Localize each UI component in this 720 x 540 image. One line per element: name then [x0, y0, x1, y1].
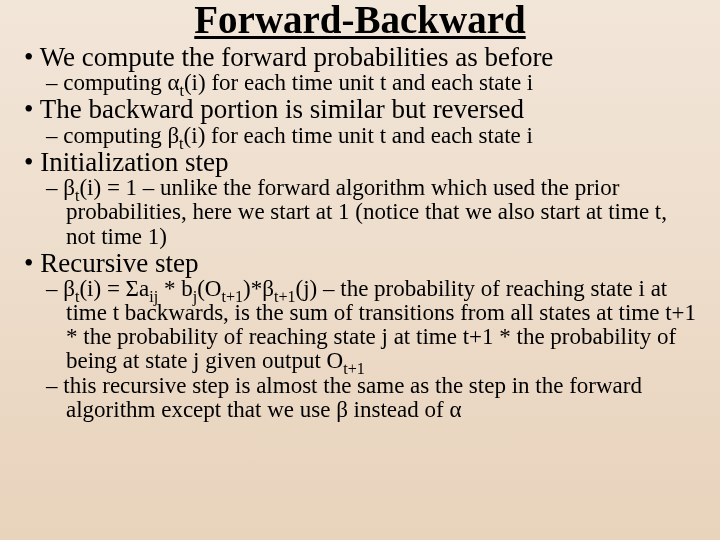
sub-bullet-text: computing αt(i) for each time unit t and…: [63, 70, 533, 95]
bullet-text: Recursive step: [40, 248, 198, 278]
sub-bullet-item: this recursive step is almost the same a…: [46, 374, 702, 422]
sub-bullet-list: computing βt(i) for each time unit t and…: [18, 124, 702, 148]
sub-bullet-text: βt(i) = 1 – unlike the forward algorithm…: [63, 175, 667, 248]
sub-bullet-item: βt(i) = 1 – unlike the forward algorithm…: [46, 176, 702, 248]
bullet-item: The backward portion is similar but reve…: [18, 95, 702, 123]
bullet-item: Initialization step: [18, 148, 702, 176]
sub-bullet-item: computing βt(i) for each time unit t and…: [46, 124, 702, 148]
sub-bullet-list: βt(i) = 1 – unlike the forward algorithm…: [18, 176, 702, 248]
bullet-item: Recursive step: [18, 249, 702, 277]
sub-bullet-text: βt(i) = Σaij * bj(Ot+1)*βt+1(j) – the pr…: [63, 276, 696, 373]
bullet-item: We compute the forward probabilities as …: [18, 43, 702, 71]
sub-bullet-item: βt(i) = Σaij * bj(Ot+1)*βt+1(j) – the pr…: [46, 277, 702, 374]
sub-bullet-list: βt(i) = Σaij * bj(Ot+1)*βt+1(j) – the pr…: [18, 277, 702, 422]
sub-bullet-item: computing αt(i) for each time unit t and…: [46, 71, 702, 95]
bullet-text: We compute the forward probabilities as …: [40, 42, 554, 72]
sub-bullet-list: computing αt(i) for each time unit t and…: [18, 71, 702, 95]
slide-title: Forward-Backward: [18, 0, 702, 41]
bullet-list: We compute the forward probabilities as …: [18, 43, 702, 422]
sub-bullet-text: this recursive step is almost the same a…: [63, 373, 642, 422]
bullet-text: The backward portion is similar but reve…: [40, 94, 524, 124]
bullet-text: Initialization step: [40, 147, 228, 177]
sub-bullet-text: computing βt(i) for each time unit t and…: [63, 123, 533, 148]
